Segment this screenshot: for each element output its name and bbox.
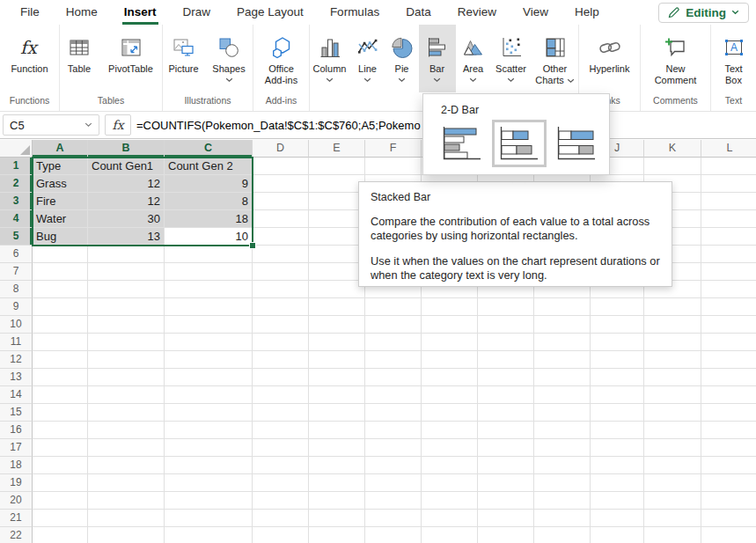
cell-A7[interactable] xyxy=(33,263,88,281)
picture-button[interactable]: Picture xyxy=(163,25,205,92)
cell-A8[interactable] xyxy=(33,281,88,298)
pivottable-button[interactable]: PivotTable xyxy=(99,25,163,92)
cell-G15[interactable] xyxy=(422,404,478,422)
tab-view[interactable]: View xyxy=(510,0,561,25)
cell-D19[interactable] xyxy=(253,474,309,492)
cell-D9[interactable] xyxy=(253,298,309,316)
row-header-9[interactable]: 9 xyxy=(0,298,33,316)
cell-B1[interactable]: Count Gen1 xyxy=(88,158,165,175)
cell-D12[interactable] xyxy=(253,351,309,369)
cell-C1[interactable]: Count Gen 2 xyxy=(165,158,253,175)
cell-F21[interactable] xyxy=(365,510,422,527)
cell-G16[interactable] xyxy=(422,422,478,439)
cell-I20[interactable] xyxy=(534,492,591,510)
cell-A14[interactable] xyxy=(33,386,88,404)
cell-F13[interactable] xyxy=(365,369,422,386)
cell-C18[interactable] xyxy=(165,457,253,474)
cell-C8[interactable] xyxy=(165,281,253,298)
column-chart-button[interactable]: Column xyxy=(310,25,350,92)
cell-C17[interactable] xyxy=(165,439,253,457)
cell-F22[interactable] xyxy=(365,527,422,543)
cell-H16[interactable] xyxy=(478,422,534,439)
cell-A19[interactable] xyxy=(33,474,88,492)
cell-H18[interactable] xyxy=(478,457,534,474)
cell-G10[interactable] xyxy=(422,316,478,334)
cell-A6[interactable] xyxy=(33,246,88,263)
cell-A2[interactable]: Grass xyxy=(33,175,88,193)
area-chart-button[interactable]: Area xyxy=(456,25,491,92)
cell-H9[interactable] xyxy=(478,298,534,316)
tab-home[interactable]: Home xyxy=(53,0,111,25)
cell-E21[interactable] xyxy=(309,510,365,527)
cell-C15[interactable] xyxy=(165,404,253,422)
cell-E22[interactable] xyxy=(309,527,365,543)
cell-F12[interactable] xyxy=(365,351,422,369)
row-header-4[interactable]: 4 xyxy=(0,210,33,228)
cell-B7[interactable] xyxy=(88,263,165,281)
bar-chart-button[interactable]: Bar xyxy=(419,25,456,92)
office-addins-button[interactable]: Office Add-ins xyxy=(253,25,310,92)
cell-A20[interactable] xyxy=(33,492,88,510)
cell-F15[interactable] xyxy=(365,404,422,422)
cell-E16[interactable] xyxy=(309,422,365,439)
cell-E18[interactable] xyxy=(309,457,365,474)
cell-B2[interactable]: 12 xyxy=(88,175,165,193)
cell-C19[interactable] xyxy=(165,474,253,492)
cell-C20[interactable] xyxy=(165,492,253,510)
cell-B12[interactable] xyxy=(88,351,165,369)
cell-G19[interactable] xyxy=(422,474,478,492)
cell-H13[interactable] xyxy=(478,369,534,386)
row-header-12[interactable]: 12 xyxy=(0,351,33,369)
cell-B4[interactable]: 30 xyxy=(88,210,165,228)
cell-B11[interactable] xyxy=(88,334,165,351)
row-header-1[interactable]: 1 xyxy=(0,158,33,175)
cell-J22[interactable] xyxy=(591,527,644,543)
cell-I15[interactable] xyxy=(534,404,591,422)
scatter-chart-button[interactable]: Scatter xyxy=(491,25,532,92)
cell-E3[interactable] xyxy=(309,193,365,210)
cell-C3[interactable]: 8 xyxy=(165,193,253,210)
cell-E15[interactable] xyxy=(309,404,365,422)
cell-E5[interactable] xyxy=(309,228,365,246)
cell-D15[interactable] xyxy=(253,404,309,422)
column-header-K[interactable]: K xyxy=(644,140,701,158)
cell-F9[interactable] xyxy=(365,298,422,316)
cell-K13[interactable] xyxy=(644,369,701,386)
cell-C7[interactable] xyxy=(165,263,253,281)
cell-L9[interactable] xyxy=(701,298,756,316)
tab-draw[interactable]: Draw xyxy=(170,0,224,25)
cell-A15[interactable] xyxy=(33,404,88,422)
cell-J16[interactable] xyxy=(591,422,644,439)
row-header-15[interactable]: 15 xyxy=(0,404,33,422)
cell-B5[interactable]: 13 xyxy=(88,228,165,246)
cell-D14[interactable] xyxy=(253,386,309,404)
cell-I22[interactable] xyxy=(534,527,591,543)
cell-G13[interactable] xyxy=(422,369,478,386)
row-header-6[interactable]: 6 xyxy=(0,246,33,263)
cell-L10[interactable] xyxy=(701,316,756,334)
cell-K11[interactable] xyxy=(644,334,701,351)
cell-B13[interactable] xyxy=(88,369,165,386)
cell-D17[interactable] xyxy=(253,439,309,457)
text-box-button[interactable]: A Text Box xyxy=(711,25,756,92)
cell-C6[interactable] xyxy=(165,246,253,263)
cell-J19[interactable] xyxy=(591,474,644,492)
cell-A3[interactable]: Fire xyxy=(33,193,88,210)
cell-B19[interactable] xyxy=(88,474,165,492)
cell-L15[interactable] xyxy=(701,404,756,422)
function-button[interactable]: fx Function xyxy=(0,25,60,92)
cell-D11[interactable] xyxy=(253,334,309,351)
cell-G12[interactable] xyxy=(422,351,478,369)
cell-I13[interactable] xyxy=(534,369,591,386)
tab-formulas[interactable]: Formulas xyxy=(317,0,393,25)
cell-D7[interactable] xyxy=(253,263,309,281)
cell-K16[interactable] xyxy=(644,422,701,439)
cell-A9[interactable] xyxy=(33,298,88,316)
cell-I16[interactable] xyxy=(534,422,591,439)
cell-D13[interactable] xyxy=(253,369,309,386)
cell-H14[interactable] xyxy=(478,386,534,404)
cell-L17[interactable] xyxy=(701,439,756,457)
cell-G11[interactable] xyxy=(422,334,478,351)
cell-A12[interactable] xyxy=(33,351,88,369)
cell-K17[interactable] xyxy=(644,439,701,457)
